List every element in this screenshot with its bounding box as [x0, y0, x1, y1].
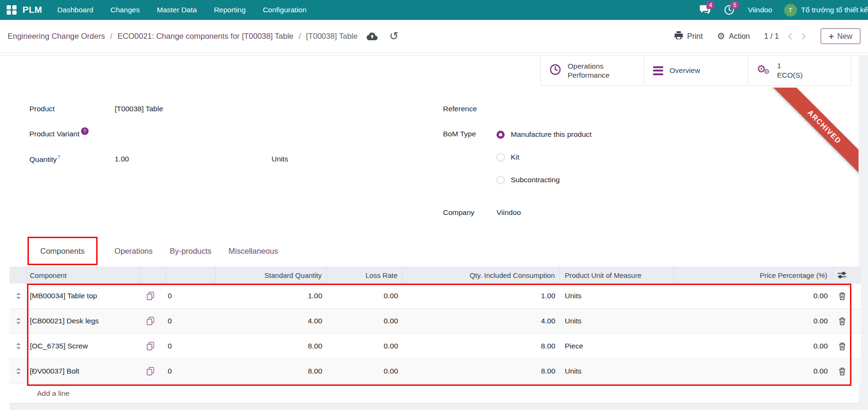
cell-apply-count[interactable]: 0 — [166, 292, 216, 300]
quantity-label: Quantity? — [29, 154, 115, 164]
cell-product-uom[interactable]: Piece — [560, 342, 674, 350]
radio-unselected-icon[interactable] — [497, 153, 505, 161]
product-variant-label: Product Variant? — [29, 130, 115, 138]
company-label: Company — [443, 208, 497, 217]
cell-qty-included-consumption[interactable]: 1.00 — [403, 292, 560, 300]
messages-button[interactable]: 4 — [699, 4, 712, 16]
cell-component[interactable]: [OC_6735] Screw — [27, 342, 140, 350]
nav-menu-item-changes[interactable]: Changes — [110, 6, 140, 14]
cell-price-percentage[interactable]: 0.00 — [674, 342, 832, 350]
tab-operations[interactable]: Operations — [115, 247, 153, 256]
overview-button[interactable]: Overview — [644, 56, 748, 86]
cell-price-percentage[interactable]: 0.00 — [674, 367, 832, 375]
optional-columns-icon[interactable] — [832, 267, 851, 284]
cell-standard-quantity[interactable]: 4.00 — [216, 317, 327, 325]
cell-apply-count[interactable]: 0 — [166, 367, 216, 375]
cell-apply-count[interactable]: 0 — [166, 342, 216, 350]
new-button[interactable]: + New — [821, 28, 860, 44]
bom-type-option-kit[interactable]: Kit — [497, 152, 592, 163]
cell-loss-rate[interactable]: 0.00 — [327, 342, 403, 350]
drag-handle-icon[interactable] — [9, 317, 27, 325]
drag-handle-icon[interactable] — [9, 342, 27, 350]
copy-bom-line-icon[interactable] — [140, 292, 166, 300]
radio-selected-icon[interactable] — [497, 131, 505, 139]
cell-component[interactable]: [MB00034] Table top — [27, 292, 140, 300]
radio-unselected-icon[interactable] — [497, 176, 505, 184]
drag-handle-icon[interactable] — [9, 367, 27, 375]
nav-menu-item-master-data[interactable]: Master Data — [157, 6, 197, 14]
nav-menu-item-configuration[interactable]: Configuration — [263, 6, 307, 14]
header-standard-quantity[interactable]: Standard Quantity — [216, 267, 327, 284]
activities-button[interactable]: 5 — [723, 4, 736, 16]
cell-loss-rate[interactable]: 0.00 — [327, 367, 403, 375]
cell-standard-quantity[interactable]: 1.00 — [216, 292, 327, 300]
delete-row-icon[interactable] — [832, 342, 851, 350]
header-product-uom[interactable]: Product Unit of Measure — [560, 267, 674, 284]
delete-row-icon[interactable] — [832, 317, 851, 325]
cell-qty-included-consumption[interactable]: 8.00 — [403, 367, 560, 375]
delete-row-icon[interactable] — [832, 367, 851, 375]
tab-components[interactable]: Components — [40, 247, 85, 256]
copy-bom-line-icon[interactable] — [140, 367, 166, 375]
cell-qty-included-consumption[interactable]: 8.00 — [403, 342, 560, 350]
action-button[interactable]: ⚙ Action — [717, 32, 750, 41]
bom-type-option-subcontracting[interactable]: Subcontracting — [497, 174, 592, 186]
quantity-value[interactable]: 1.00 — [115, 155, 271, 163]
breadcrumb-eco-list[interactable]: Engineering Change Orders — [8, 32, 105, 41]
cell-component[interactable]: [ĐV00037] Bolt — [27, 367, 140, 375]
table-row[interactable]: [ĐV00037] Bolt 0 8.00 0.00 8.00 Units 0.… — [9, 359, 861, 384]
new-label: New — [837, 32, 852, 41]
cell-standard-quantity[interactable]: 8.00 — [216, 367, 327, 375]
help-badge-icon[interactable]: ? — [81, 127, 89, 135]
cell-component[interactable]: [CB00021] Desk legs — [27, 317, 140, 325]
bom-type-option-manufacture-this-product[interactable]: Manufacture this product — [497, 129, 592, 140]
breadcrumb-eco0021[interactable]: ECO0021: Change components for [T00038] … — [118, 32, 293, 41]
quantity-uom[interactable]: Units — [271, 155, 288, 163]
operations-performance-button[interactable]: Operations Performance — [540, 56, 644, 86]
tab-by-products[interactable]: By-products — [170, 247, 211, 256]
user-menu[interactable]: T Tổ trưởng tổ thiết kế — [784, 4, 868, 17]
cell-price-percentage[interactable]: 0.00 — [674, 292, 832, 300]
apps-grid-icon[interactable] — [7, 5, 17, 15]
cell-product-uom[interactable]: Units — [560, 292, 674, 300]
product-value[interactable]: [T00038] Table — [115, 105, 163, 113]
stat-label: Operations Performance — [568, 62, 628, 80]
navbar-right: 4 5 Viindoo T Tổ trưởng tổ thiết kế — [699, 4, 868, 17]
form-sheet: Operations Performance Overview ⚙⚙ 1 ECO… — [0, 55, 868, 410]
cell-standard-quantity[interactable]: 8.00 — [216, 342, 327, 350]
table-row[interactable]: [MB00034] Table top 0 1.00 0.00 1.00 Uni… — [9, 284, 861, 309]
pager-prev-icon[interactable] — [787, 32, 793, 41]
table-footer-strip — [9, 403, 861, 410]
header-price-percentage[interactable]: Price Percentage (%) — [674, 267, 832, 284]
cell-product-uom[interactable]: Units — [560, 367, 674, 375]
company-switcher[interactable]: Viindoo — [748, 6, 772, 14]
cell-loss-rate[interactable]: 0.00 — [327, 292, 403, 300]
company-value[interactable]: Viindoo — [497, 208, 521, 217]
cell-product-uom[interactable]: Units — [560, 317, 674, 325]
pager-next-icon[interactable] — [801, 32, 806, 41]
table-row[interactable]: [CB00021] Desk legs 0 4.00 0.00 4.00 Uni… — [9, 309, 861, 334]
delete-row-icon[interactable] — [832, 292, 851, 300]
copy-bom-line-icon[interactable] — [140, 317, 166, 325]
nav-menu-item-reporting[interactable]: Reporting — [214, 6, 245, 14]
cell-price-percentage[interactable]: 0.00 — [674, 317, 832, 325]
header-loss-rate[interactable]: Loss Rate — [327, 267, 403, 284]
save-cloud-icon[interactable] — [366, 32, 378, 41]
add-a-line-link[interactable]: Add a line — [9, 384, 861, 403]
header-component[interactable]: Component — [27, 267, 140, 284]
table-row[interactable]: [OC_6735] Screw 0 8.00 0.00 8.00 Piece 0… — [9, 334, 861, 359]
cell-loss-rate[interactable]: 0.00 — [327, 317, 403, 325]
cell-qty-included-consumption[interactable]: 4.00 — [403, 317, 560, 325]
header-qty-included-consumption[interactable]: Qty. Included Consumption — [403, 267, 560, 284]
discard-undo-icon[interactable]: ↺ — [389, 31, 398, 42]
tab-miscellaneous[interactable]: Miscellaneous — [228, 247, 278, 256]
clock-icon — [549, 63, 561, 78]
eco-count-button[interactable]: ⚙⚙ 1 ECO(S) — [748, 56, 851, 86]
app-name[interactable]: PLM — [23, 5, 43, 15]
print-button[interactable]: Print — [674, 31, 703, 42]
activities-badge: 5 — [731, 1, 739, 9]
nav-menu-item-dashboard[interactable]: Dashboard — [57, 6, 93, 14]
drag-handle-icon[interactable] — [9, 292, 27, 300]
copy-bom-line-icon[interactable] — [140, 342, 166, 350]
cell-apply-count[interactable]: 0 — [166, 317, 216, 325]
